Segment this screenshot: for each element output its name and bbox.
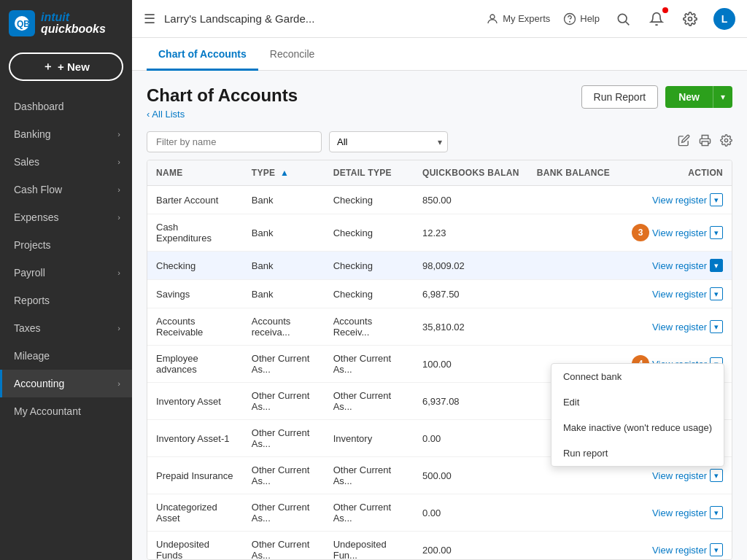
view-register-link[interactable]: View register xyxy=(652,322,707,332)
dropdown-arrow-icon[interactable]: ▾ xyxy=(710,259,723,272)
cell-type: Other Current As... xyxy=(243,457,325,494)
cell-bank-balance xyxy=(528,252,619,280)
print-icon[interactable] xyxy=(699,134,711,150)
new-dropdown-arrow-button[interactable]: ▾ xyxy=(713,86,732,108)
back-arrow-icon: ‹ xyxy=(147,109,150,120)
my-experts-button[interactable]: My Experts xyxy=(486,12,550,26)
title-area: Chart of Accounts ‹ All Lists xyxy=(147,85,298,120)
view-register-link[interactable]: View register xyxy=(652,545,707,556)
cell-name: Employee advances xyxy=(147,346,243,383)
back-link[interactable]: ‹ All Lists xyxy=(147,109,298,120)
tab-reconcile[interactable]: Reconcile xyxy=(258,38,326,71)
edit-icon[interactable] xyxy=(678,134,690,150)
sidebar-item-payroll[interactable]: Payroll › xyxy=(0,259,132,287)
new-main-button[interactable]: New xyxy=(665,86,713,108)
view-register-link[interactable]: View register xyxy=(652,470,707,481)
settings-gear-icon[interactable] xyxy=(720,134,732,150)
cell-type: Bank xyxy=(243,214,325,252)
dropdown-run-report[interactable]: Run report xyxy=(551,440,724,466)
view-register-link[interactable]: View register xyxy=(652,260,707,271)
content-area: Chart of Accounts ‹ All Lists Run Report… xyxy=(132,71,747,560)
new-split-button: New ▾ xyxy=(665,86,732,108)
view-register-link[interactable]: View register xyxy=(652,508,707,518)
cell-name: Prepaid Insurance xyxy=(147,457,243,494)
table-row: CheckingBankChecking98,009.02View regist… xyxy=(147,252,732,280)
cell-action: View register▾ xyxy=(619,252,732,280)
cell-type: Other Current As... xyxy=(243,532,325,561)
cell-bank-balance xyxy=(528,280,619,308)
hamburger-icon[interactable]: ☰ xyxy=(144,11,155,27)
cell-name: Cash Expenditures xyxy=(147,214,243,252)
dropdown-arrow-icon[interactable]: ▾ xyxy=(710,193,723,206)
topbar-actions: My Experts Help L xyxy=(486,8,735,30)
type-filter-select[interactable]: All Bank Accounts Receivable Other Curre… xyxy=(329,131,448,152)
cell-bank-balance xyxy=(528,214,619,252)
cell-detail-type: Other Current As... xyxy=(325,494,414,532)
col-type[interactable]: TYPE ▲ xyxy=(243,160,325,186)
cell-type: Accounts receiva... xyxy=(243,308,325,346)
filter-by-name-input[interactable] xyxy=(147,131,322,152)
sidebar-item-reports[interactable]: Reports xyxy=(0,287,132,314)
cell-action: View register▾ xyxy=(619,186,732,214)
sidebar-item-taxes[interactable]: Taxes › xyxy=(0,314,132,342)
sidebar-item-banking[interactable]: Banking › xyxy=(0,120,132,148)
settings-icon[interactable] xyxy=(680,9,700,29)
cell-detail-type: Other Current As... xyxy=(325,457,414,494)
tab-chart-of-accounts[interactable]: Chart of Accounts xyxy=(147,38,258,71)
cell-type: Bank xyxy=(243,186,325,214)
sidebar-item-dashboard[interactable]: Dashboard xyxy=(0,93,132,120)
type-filter-wrapper: All Bank Accounts Receivable Other Curre… xyxy=(329,131,448,152)
help-button[interactable]: Help xyxy=(563,12,600,26)
new-button[interactable]: ＋ + New xyxy=(9,52,123,81)
dropdown-arrow-icon[interactable]: ▾ xyxy=(710,226,723,239)
sidebar-item-cash-flow[interactable]: Cash Flow › xyxy=(0,176,132,203)
cell-name: Savings xyxy=(147,280,243,308)
cell-action: View register▾ xyxy=(619,494,732,532)
cell-qb-balance: 200.00 xyxy=(414,532,528,561)
cell-action: View register▾ xyxy=(619,308,732,346)
sidebar: QB intuit quickbooks ＋ + New Dashboard B… xyxy=(0,0,132,560)
cell-bank-balance xyxy=(528,186,619,214)
dropdown-connect-bank[interactable]: Connect bank xyxy=(551,364,724,389)
svg-point-9 xyxy=(724,139,727,141)
toolbar-icons xyxy=(678,134,732,150)
dropdown-edit[interactable]: Edit xyxy=(551,389,724,415)
cell-qb-balance: 500.00 xyxy=(414,457,528,494)
cell-type: Other Current As... xyxy=(243,494,325,532)
notifications-icon[interactable] xyxy=(646,9,667,29)
sidebar-item-expenses[interactable]: Expenses › xyxy=(0,203,132,231)
dropdown-arrow-icon[interactable]: ▾ xyxy=(710,320,723,333)
cell-qb-balance: 98,009.02 xyxy=(414,252,528,280)
cell-name: Uncategorized Asset xyxy=(147,494,243,532)
cell-qb-balance: 12.23 xyxy=(414,214,528,252)
cell-name: Checking xyxy=(147,252,243,280)
plus-icon: ＋ xyxy=(42,60,53,74)
sidebar-item-sales[interactable]: Sales › xyxy=(0,148,132,176)
svg-point-5 xyxy=(618,14,627,23)
dropdown-arrow-icon[interactable]: ▾ xyxy=(710,287,723,300)
user-avatar[interactable]: L xyxy=(713,8,735,30)
sidebar-item-mileage[interactable]: Mileage xyxy=(0,342,132,370)
col-qb-balance: QUICKBOOKS BALAN xyxy=(414,160,528,186)
view-register-link[interactable]: View register xyxy=(652,195,707,206)
cell-bank-balance xyxy=(528,308,619,346)
cell-detail-type: Other Current As... xyxy=(325,383,414,420)
col-action: ACTION xyxy=(619,160,732,186)
search-icon[interactable] xyxy=(613,9,633,29)
table-row: SavingsBankChecking6,987.50View register… xyxy=(147,280,732,308)
view-register-link[interactable]: View register xyxy=(652,289,707,300)
run-report-button[interactable]: Run Report xyxy=(581,85,659,109)
dropdown-arrow-icon[interactable]: ▾ xyxy=(710,543,723,556)
chevron-icon: › xyxy=(117,379,120,388)
dropdown-arrow-icon[interactable]: ▾ xyxy=(710,469,723,482)
cell-qb-balance: 0.00 xyxy=(414,420,528,457)
sidebar-item-accounting[interactable]: Accounting › xyxy=(0,370,132,397)
chevron-icon: › xyxy=(117,130,120,139)
sidebar-item-my-accountant[interactable]: My Accountant xyxy=(0,397,132,425)
dropdown-arrow-icon[interactable]: ▾ xyxy=(710,506,723,519)
sidebar-item-projects[interactable]: Projects xyxy=(0,231,132,259)
dropdown-make-inactive[interactable]: Make inactive (won't reduce usage) xyxy=(551,415,724,440)
help-icon xyxy=(563,12,576,26)
col-bank-balance: BANK BALANCE xyxy=(528,160,619,186)
view-register-link[interactable]: View register xyxy=(652,228,707,238)
